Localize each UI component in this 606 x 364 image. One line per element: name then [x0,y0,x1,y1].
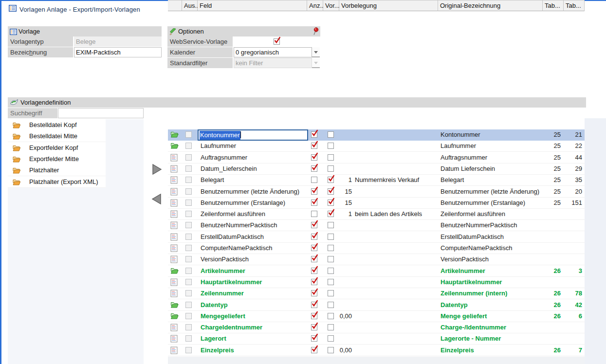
table-row[interactable]: Belegart1Nummernkreis VerkaufBelegart253… [168,175,585,186]
header-cell-feld[interactable]: Feld [198,0,307,11]
anzeigen-checkbox[interactable] [311,200,317,206]
header-cell-original[interactable]: Original-Bezeichnung [438,0,543,11]
tab1-value: 26 [543,300,561,310]
vorbelegung-checkbox[interactable] [328,324,334,330]
table-row[interactable]: DatentypDatentyp2642 [168,300,585,311]
table-row[interactable]: AuftragsnummerAuftragsnummer2544 [168,152,585,164]
table-row[interactable]: Mengegeliefert0,00Menge geliefert266 [168,311,585,322]
vorbelegung-checkbox[interactable] [328,313,334,319]
vorbelegung-checkbox[interactable] [328,234,334,240]
feld-edit-input[interactable]: Kontonummer [198,129,308,141]
kalender-dropdown-button[interactable] [312,47,320,57]
anzeigen-checkbox[interactable] [311,222,317,228]
tab1-value: 25 [543,141,561,151]
vorbelegung-checkbox[interactable] [328,200,334,206]
table-row[interactable]: ChargeIdentnummerCharge-/Identnummer [168,322,585,333]
feld-value: Hauptartikelnummer [201,277,262,288]
vorbelegung-checkbox[interactable] [328,245,334,251]
vorbelegung-checkbox[interactable] [328,256,334,262]
anzeigen-checkbox[interactable] [311,154,317,161]
kalender-dropdown[interactable]: 0 gregorianisch [234,47,312,57]
anzeigen-checkbox[interactable] [311,143,317,149]
feld-value: BenutzerNummerPacktisch [201,220,277,231]
folder-item[interactable]: Platzhalter (Export XML) [8,176,106,188]
webservice-checkbox[interactable] [274,38,280,45]
original-bezeichnung: Artikelnummer [441,266,485,276]
anzeigen-checkbox[interactable] [311,131,317,138]
anzeigen-checkbox[interactable] [311,347,317,353]
anzeigen-checkbox[interactable] [311,268,317,274]
header-cell-tab2[interactable]: Tab... [564,0,585,11]
vorbelegung-checkbox[interactable] [328,165,334,172]
table-row[interactable]: ErstellDatumPacktischErstellDatumPacktis… [168,232,585,243]
table-row[interactable]: BenutzerNummerPacktischBenutzerNummerPac… [168,220,585,231]
webservice-label: WebService-Vorlage [167,36,233,47]
arrow-right-icon [150,163,163,176]
table-row[interactable]: Datum_LieferscheinDatum Lieferschein2529 [168,164,585,175]
anzeigen-checkbox[interactable] [311,279,317,285]
header-cell-vor[interactable]: Vor... [323,0,339,11]
move-right-button[interactable] [150,163,163,176]
anzeigen-checkbox[interactable] [311,165,317,172]
open-folder-icon [170,301,179,312]
anzeigen-checkbox[interactable] [311,177,317,183]
table-row[interactable]: VersionPacktischVersionPacktisch [168,254,585,265]
move-left-button[interactable] [150,193,163,205]
anzeigen-checkbox[interactable] [311,256,317,262]
selected-text: Kontonummer [200,131,240,140]
anzeigen-checkbox[interactable] [311,245,317,251]
vorbelegung-checkbox[interactable] [328,131,334,138]
folder-item[interactable]: Platzhalter [8,164,106,176]
vorbelegung-checkbox[interactable] [328,302,334,308]
vorbelegung-checkbox[interactable] [328,279,334,285]
table-row[interactable]: Benutzernummer (Erstanlage)15Benutzernum… [168,198,585,209]
table-row[interactable]: HauptartikelnummerHauptartikelnummer [168,277,585,288]
anzeigen-checkbox[interactable] [311,211,317,217]
folder-item[interactable]: Bestelldatei Kopf [8,119,106,131]
header-cell-vorbelegung[interactable]: Vorbelegung [339,0,438,11]
folder-item[interactable]: Exportfelder Kopf [8,142,106,154]
table-row[interactable]: LagerortLagerorte - Nummer [168,333,585,345]
anzeigen-checkbox[interactable] [311,313,317,319]
vorbelegung-checkbox[interactable] [328,177,334,183]
search-label: Suchbegriff [8,108,57,118]
folder-item[interactable]: Exportfelder Mitte [8,153,106,165]
vorbelegung-checkbox[interactable] [328,143,334,149]
header-cell-tab1[interactable]: Tab... [543,0,564,11]
anzeigen-checkbox[interactable] [311,324,317,330]
header-cell-anz[interactable]: Anz... [307,0,323,11]
search-input[interactable] [58,108,144,118]
vorbelegung-checkbox[interactable] [328,335,334,342]
table-row[interactable]: ComputerNamePacktischComputerNamePacktis… [168,243,585,254]
header-cell-aus[interactable]: Aus... [182,0,198,11]
anzeigen-checkbox[interactable] [311,302,317,308]
standardfilter-label: Standardfilter [167,58,233,68]
table-row[interactable]: LaufnummerLaufnummer2522 [168,141,585,152]
vorbelegung-checkbox[interactable] [328,188,334,195]
tab2-value: 29 [564,164,582,174]
vorbelegung-checkbox[interactable] [328,347,334,353]
table-row[interactable]: ZeilennummerZeilennummer (intern)2678 [168,288,585,299]
table-row[interactable]: ArtikelnummerArtikelnummer263 [168,266,585,277]
table-row[interactable]: Benutzernummer (letzte Änderung)15Benutz… [168,186,585,198]
vorbelegung-checkbox[interactable] [328,268,334,274]
vorbelegung-checkbox[interactable] [328,290,334,296]
bezeichnung-input[interactable] [74,47,162,57]
header-cell-icon[interactable] [168,0,182,11]
table-row[interactable]: KontonummerKontonummer2521 [168,129,585,141]
vorbelegung-number: 0,00 [339,311,352,322]
vorbelegung-number: 15 [339,198,352,208]
vorbelegung-checkbox[interactable] [328,222,334,228]
vorbelegung-number: 15 [339,186,352,197]
vorbelegung-number: 0,00 [339,345,352,356]
table-row[interactable]: Einzelpreis0,00Einzelpreis267 [168,345,585,356]
anzeigen-checkbox[interactable] [311,188,317,195]
anzeigen-checkbox[interactable] [311,290,317,296]
anzeigen-checkbox[interactable] [311,234,317,240]
vorbelegung-checkbox[interactable] [328,154,334,161]
vorbelegung-checkbox[interactable] [328,211,334,217]
anzeigen-checkbox[interactable] [311,335,317,342]
folder-item[interactable]: Bestelldatei Mitte [8,130,106,142]
table-row[interactable]: Zeilenformel ausführen1beim Laden des Ar… [168,209,585,220]
chevron-down-icon [314,51,318,54]
